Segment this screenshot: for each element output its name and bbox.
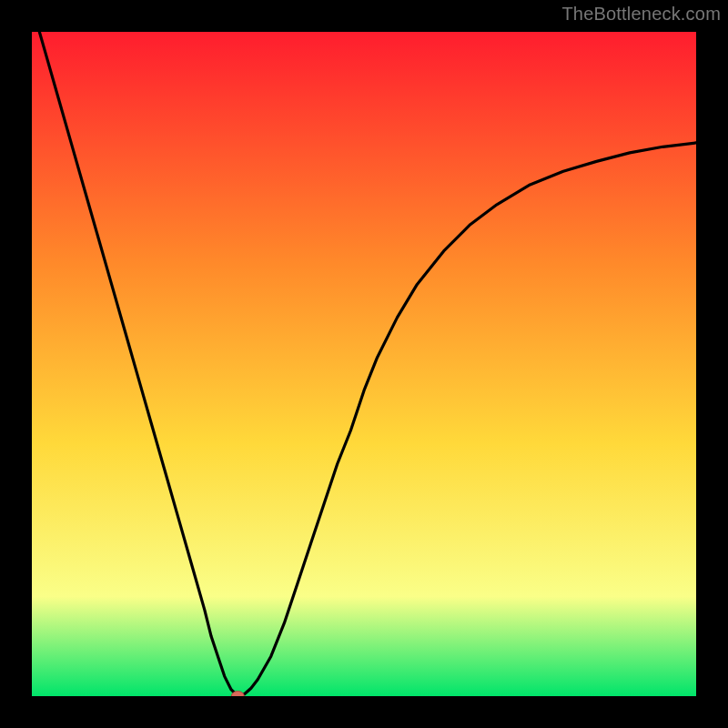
watermark-text: TheBottleneck.com bbox=[561, 4, 721, 25]
chart-frame bbox=[32, 32, 696, 696]
gradient-background bbox=[32, 32, 696, 696]
bottleneck-chart bbox=[32, 32, 696, 696]
